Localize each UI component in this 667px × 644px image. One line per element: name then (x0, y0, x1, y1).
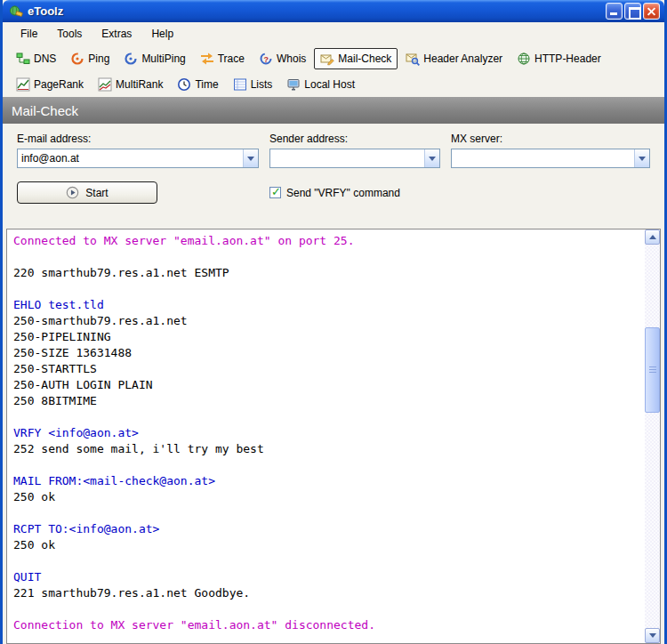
toolbar-button-label: Header Analyzer (423, 52, 502, 65)
dns-icon (16, 52, 30, 66)
toolbar-button-label: Whois (277, 52, 306, 65)
console-panel: Connected to MX server "email.aon.at" on… (6, 229, 661, 644)
scrollbar-thumb[interactable] (645, 327, 660, 413)
minimize-button-icon[interactable] (606, 3, 623, 20)
sender-address-combobox[interactable] (269, 149, 440, 168)
toolbar-header-analyzer[interactable]: Header Analyzer (399, 48, 509, 69)
toolbar-row2: PageRankMultiRankTimeListsLocal Host (3, 72, 664, 97)
toolbar-button-label: MultiPing (141, 52, 185, 65)
multirank-icon (98, 77, 112, 92)
multiping-icon (124, 52, 138, 66)
console-line: 252 send some mail, i'll try my best (13, 441, 639, 457)
whois-icon: ? (259, 52, 273, 66)
toolbar-button-label: MultiRank (116, 78, 163, 91)
email-address-input[interactable] (18, 149, 243, 167)
header-analyzer-icon (406, 52, 420, 66)
console-line: 250-SIZE 13631488 (13, 345, 639, 361)
console-line: 250 ok (13, 489, 639, 505)
toolbar-button-label: DNS (34, 52, 56, 65)
pagerank-icon (16, 77, 30, 92)
sender-combo-dropdown-icon[interactable] (424, 149, 439, 167)
menu-help[interactable]: Help (142, 25, 182, 43)
console-line (13, 457, 639, 473)
menu-tools[interactable]: Tools (48, 25, 91, 43)
console-line: 250-PIPELINING (13, 329, 639, 345)
toolbar-trace[interactable]: Trace (194, 48, 251, 69)
toolbar-button-label: Lists (251, 78, 273, 91)
console-line (13, 249, 639, 265)
svg-text:?: ? (263, 55, 269, 64)
menu-extras[interactable]: Extras (92, 25, 141, 43)
console-line (13, 505, 639, 521)
email-combo-dropdown-icon[interactable] (243, 149, 258, 167)
toolbar-button-label: Local Host (304, 78, 355, 91)
console-output[interactable]: Connected to MX server "email.aon.at" on… (7, 229, 645, 643)
scrollbar-up-icon[interactable] (645, 229, 660, 245)
toolbar-dns[interactable]: DNS (10, 48, 62, 69)
console-line: 221 smarthub79.res.a1.net Goodbye. (13, 585, 639, 601)
console-line: 250-smarthub79.res.a1.net (13, 313, 639, 329)
close-button-icon[interactable] (643, 3, 660, 20)
menu-file[interactable]: File (12, 25, 46, 43)
localhost-icon (286, 77, 301, 92)
console-line (13, 409, 639, 425)
toolbar-row1: DNSPingMultiPingTrace?WhoisMail-CheckHea… (3, 45, 664, 72)
toolbar-multiping[interactable]: MultiPing (117, 48, 191, 69)
email-address-label: E-mail address: (17, 133, 259, 145)
mx-server-input[interactable] (452, 149, 634, 167)
toolbar-whois[interactable]: ?Whois (253, 48, 312, 69)
title-bar[interactable]: eToolz (3, 0, 664, 22)
console-line: VRFY <info@aon.at> (13, 425, 639, 441)
mx-server-label: MX server: (451, 133, 650, 145)
mx-combo-dropdown-icon[interactable] (634, 149, 649, 167)
console-line: 250-AUTH LOGIN PLAIN (13, 377, 639, 393)
email-address-combobox[interactable] (17, 149, 259, 168)
maximize-button-icon[interactable] (624, 3, 641, 20)
trace-icon (200, 52, 214, 66)
console-line: QUIT (13, 569, 639, 585)
time-icon (177, 77, 191, 92)
http-header-icon (517, 52, 531, 66)
toolbar-pagerank[interactable]: PageRank (10, 74, 90, 95)
toolbar-multirank[interactable]: MultiRank (92, 74, 169, 95)
toolbar-button-label: Mail-Check (338, 52, 391, 65)
window-title: eToolz (28, 4, 606, 18)
scrollbar-track[interactable] (645, 229, 660, 643)
toolbar-button-label: HTTP-Header (534, 52, 601, 65)
console-line: RCPT TO:<info@aon.at> (13, 521, 639, 537)
page-title: Mail-Check (12, 103, 78, 118)
vrfy-checkbox[interactable] (269, 187, 281, 198)
start-button-label: Start (85, 187, 108, 199)
toolbar-button-label: Ping (88, 52, 109, 65)
app-icon (9, 4, 23, 19)
sender-address-input[interactable] (270, 149, 424, 167)
mx-server-combobox[interactable] (451, 149, 650, 168)
console-line: 250-STARTTLS (13, 361, 639, 377)
section-header: Mail-Check (3, 97, 664, 124)
console-line: EHLO test.tld (13, 297, 639, 313)
play-icon (66, 186, 79, 199)
console-line: 220 smarthub79.res.a1.net ESMTP (13, 265, 639, 281)
console-line: Connected to MX server "email.aon.at" on… (13, 233, 639, 249)
toolbar-local-host[interactable]: Local Host (280, 74, 361, 95)
console-line (13, 601, 639, 617)
sender-address-label: Sender address: (269, 133, 440, 145)
ping-icon (70, 52, 84, 66)
menu-bar: File Tools Extras Help (3, 22, 664, 45)
vrfy-checkbox-label: Send "VRFY" command (286, 187, 400, 199)
toolbar-http-header[interactable]: HTTP-Header (510, 48, 607, 69)
console-line (13, 281, 639, 297)
start-button[interactable]: Start (17, 181, 157, 204)
toolbar-button-label: Time (195, 78, 218, 91)
console-line (13, 553, 639, 569)
app-window: eToolz File Tools Extras Help DNSPingMul… (0, 0, 667, 644)
mail-check-icon (320, 52, 334, 66)
console-line: MAIL FROM:<mail-check@aon.at> (13, 473, 639, 489)
vrfy-checkbox-wrap[interactable]: Send "VRFY" command (269, 187, 400, 199)
toolbar-lists[interactable]: Lists (227, 74, 279, 95)
scrollbar-down-icon[interactable] (645, 628, 660, 643)
toolbar-button-label: PageRank (34, 78, 84, 91)
toolbar-ping[interactable]: Ping (64, 48, 116, 69)
toolbar-mail-check[interactable]: Mail-Check (314, 48, 398, 69)
toolbar-time[interactable]: Time (171, 74, 224, 95)
